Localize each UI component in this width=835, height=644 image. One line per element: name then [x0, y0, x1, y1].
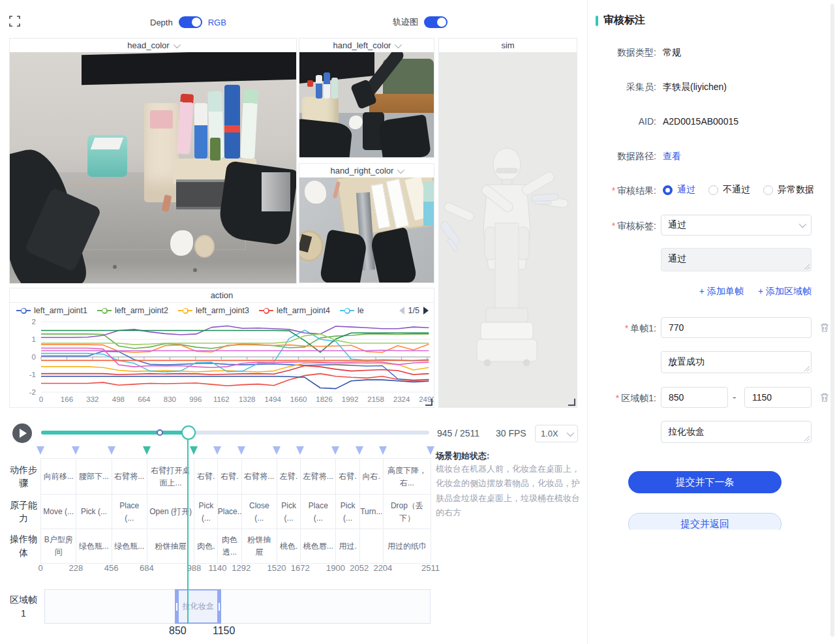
- table-cell[interactable]: Place..: [217, 494, 241, 530]
- legend-item[interactable]: left_arm_joint1: [16, 306, 87, 315]
- legend-item[interactable]: le: [340, 306, 364, 315]
- table-cell[interactable]: Close (...: [241, 494, 277, 530]
- table-cell[interactable]: Pick (...: [76, 494, 112, 530]
- table-cell[interactable]: 桃色.: [277, 529, 301, 564]
- table-cell[interactable]: 用过.: [335, 529, 359, 564]
- table-cell[interactable]: Move (...: [40, 494, 76, 530]
- segment-marker-icon[interactable]: [213, 446, 221, 455]
- segment-marker-icon[interactable]: [427, 446, 434, 455]
- region-track[interactable]: [44, 589, 431, 624]
- table-cell[interactable]: 向右.: [359, 458, 384, 495]
- action-chart[interactable]: 210-1-2016633249866483099611621328149416…: [10, 319, 434, 408]
- table-cell[interactable]: 右臂.: [217, 458, 241, 495]
- table-cell[interactable]: 粉饼抽屉: [241, 529, 277, 564]
- segment-marker-icon[interactable]: [331, 446, 339, 455]
- resize-grip-icon[interactable]: [804, 264, 810, 269]
- table-cell[interactable]: 用过的纸巾: [383, 529, 431, 564]
- segment-marker-icon[interactable]: [296, 446, 304, 455]
- table-cell[interactable]: 绿色瓶...: [76, 529, 112, 564]
- region-handle-right[interactable]: [217, 590, 221, 622]
- radio-unselected-icon[interactable]: [763, 185, 773, 195]
- table-cell[interactable]: 右臂将...: [112, 458, 147, 495]
- table-cell[interactable]: 左臂.: [277, 458, 301, 495]
- table-cell[interactable]: B户型房间: [40, 529, 76, 564]
- single-frame-marker[interactable]: [157, 429, 163, 436]
- table-cell[interactable]: Drop（丢下）: [383, 494, 431, 530]
- region-end-input[interactable]: 1150: [744, 387, 812, 408]
- add-region-frame-link[interactable]: + 添加区域帧: [758, 286, 812, 298]
- segment-marker-icon[interactable]: [37, 446, 44, 455]
- segment-marker-icon[interactable]: [273, 446, 281, 455]
- region-row-label: 区域帧1: [9, 589, 38, 624]
- table-cell[interactable]: 桃色唇...: [300, 529, 336, 564]
- single-frame-input[interactable]: 770: [661, 317, 812, 338]
- table-cell[interactable]: 向前移...: [40, 458, 76, 495]
- segment-marker-icon[interactable]: [143, 446, 151, 455]
- segment-marker-icon[interactable]: [190, 446, 198, 455]
- resize-handle-icon[interactable]: [568, 399, 575, 406]
- speed-select[interactable]: 1.0X: [535, 425, 578, 442]
- sim-view[interactable]: [439, 52, 577, 407]
- legend-prev-icon[interactable]: [399, 307, 404, 314]
- delete-single-frame-icon[interactable]: [819, 322, 830, 333]
- trajectory-toggle[interactable]: [424, 16, 448, 28]
- table-cell[interactable]: Turn...: [359, 494, 384, 530]
- region-start-input[interactable]: 850: [661, 387, 728, 408]
- submit-return-button[interactable]: 提交并返回: [628, 513, 782, 530]
- radio-option[interactable]: 通过: [663, 184, 695, 196]
- tag-select[interactable]: 通过: [661, 215, 812, 236]
- legend-next-icon[interactable]: [423, 307, 429, 314]
- add-single-frame-link[interactable]: + 添加单帧: [699, 286, 744, 298]
- hand-left-color-header[interactable]: hand_left_color: [299, 38, 434, 53]
- segment-marker-icon[interactable]: [72, 446, 80, 455]
- radio-option[interactable]: 不通过: [708, 184, 750, 196]
- delete-region-frame-icon[interactable]: [819, 392, 830, 403]
- playhead-line[interactable]: [187, 438, 189, 624]
- single-frame-note[interactable]: 放置成功: [661, 351, 812, 373]
- radio-option[interactable]: 异常数据: [763, 184, 814, 196]
- table-cell[interactable]: [359, 529, 384, 564]
- table-cell[interactable]: 右臂将...: [241, 458, 277, 495]
- table-cell[interactable]: Pick (...: [335, 494, 359, 530]
- svg-text:-2: -2: [29, 388, 36, 396]
- play-button[interactable]: [12, 423, 32, 443]
- segment-marker-icon[interactable]: [356, 446, 363, 455]
- table-cell[interactable]: 绿色瓶...: [112, 529, 147, 564]
- segment-marker-icon[interactable]: [379, 446, 387, 455]
- segment-marker-icon[interactable]: [108, 446, 115, 455]
- radio-selected-icon[interactable]: [663, 185, 673, 195]
- table-cell[interactable]: Place (...: [300, 494, 336, 530]
- radio-unselected-icon[interactable]: [708, 185, 718, 195]
- table-cell[interactable]: 肉色透...: [217, 529, 241, 564]
- depth-rgb-toggle[interactable]: [179, 16, 202, 28]
- table-cell[interactable]: 肉色.: [194, 529, 218, 564]
- head-color-header[interactable]: head_color: [10, 38, 296, 53]
- table-cell[interactable]: Place (...: [112, 494, 147, 530]
- table-cell[interactable]: 腰部下...: [76, 458, 112, 495]
- fullscreen-icon[interactable]: [9, 16, 20, 27]
- region-handle-left[interactable]: [175, 590, 179, 622]
- table-cell[interactable]: Pick (...: [194, 494, 218, 530]
- legend-item[interactable]: left_arm_joint4: [259, 306, 330, 315]
- scrollbar[interactable]: [830, 4, 834, 637]
- video-shape: [377, 114, 431, 157]
- legend-item[interactable]: left_arm_joint3: [178, 306, 249, 315]
- comment-textarea[interactable]: 通过: [661, 248, 812, 271]
- table-cell[interactable]: 高度下降，右...: [383, 458, 431, 495]
- region-frame-note[interactable]: 拉化妆盒: [661, 421, 812, 443]
- region-block[interactable]: 拉化妆盒: [175, 589, 221, 624]
- table-cell[interactable]: Pick (...: [277, 494, 301, 530]
- submit-next-button[interactable]: 提交并下一条: [628, 471, 782, 493]
- table-cell[interactable]: 右臂.: [335, 458, 359, 495]
- resize-grip-icon[interactable]: [804, 436, 810, 441]
- segment-marker-icon[interactable]: [237, 446, 245, 455]
- legend-item[interactable]: left_arm_joint2: [97, 306, 168, 315]
- table-cell[interactable]: 右臂.: [194, 458, 218, 495]
- table-cell[interactable]: 左臂将...: [300, 458, 336, 495]
- hand-right-color-header[interactable]: hand_right_color: [299, 164, 434, 178]
- resize-handle-icon[interactable]: [425, 399, 433, 406]
- timeline-slider[interactable]: [41, 431, 429, 435]
- resize-grip-icon[interactable]: [804, 366, 810, 371]
- data-path-link[interactable]: 查看: [663, 151, 681, 162]
- slider-handle[interactable]: [181, 425, 196, 440]
